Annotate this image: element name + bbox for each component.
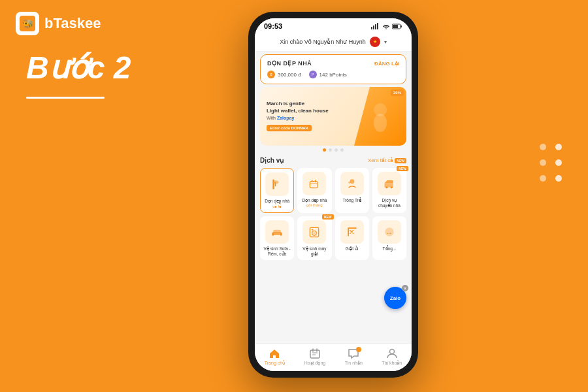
dot [555, 144, 562, 150]
svg-point-11 [374, 103, 387, 116]
section-header: Dịch vụ Xem tất cả NEW [260, 157, 406, 164]
service-label: Dọn dẹp nhà [263, 199, 291, 204]
service-label: Dọn dẹp nhà [300, 198, 329, 203]
status-icons [371, 23, 402, 29]
service-item-don-dep-ca-le[interactable]: Dọn dẹp nhà cả lẻ [260, 168, 294, 213]
service-name: DỌN DẸP NHÀ [267, 60, 312, 67]
step-underline [26, 97, 105, 99]
service-label: Dịch vụ chuyển nhà [375, 198, 404, 208]
svg-rect-32 [312, 229, 314, 231]
promo-title: March is gentle Light wallet, clean hous… [267, 101, 329, 114]
points-value: 142 bPoints [319, 72, 347, 78]
service-icon [302, 220, 326, 244]
dot [540, 144, 546, 150]
service-sub: gói tháng [300, 203, 329, 207]
svg-rect-5 [377, 23, 378, 29]
svg-point-40 [389, 350, 394, 354]
carousel-indicators [255, 148, 412, 152]
svg-point-20 [350, 179, 354, 184]
svg-rect-3 [373, 25, 374, 29]
status-time: 09:53 [264, 22, 282, 30]
service-label: Giặt ủi [338, 246, 367, 252]
see-all-button[interactable]: Xem tất cả NEW [368, 157, 406, 163]
nav-activity[interactable]: Hoạt động [304, 348, 326, 366]
services-grid-row2: Vệ sinh Sofa - Rèm, cửa NEW Vệ sinh máy … [260, 216, 406, 261]
svg-rect-2 [371, 27, 372, 29]
services-section: Dịch vụ Xem tất cả NEW [255, 154, 412, 263]
services-grid-row1: Dọn dẹp nhà cả lẻ Dọn dẹp nhà gói tháng [260, 168, 406, 213]
indicator-dot-4 [340, 148, 344, 152]
logo-icon: 🐝 [16, 12, 39, 35]
service-item-tong[interactable]: ... Tổng... [372, 216, 406, 261]
nav-message-label: Tin nhắn [345, 361, 363, 366]
status-bar: 09:53 [255, 18, 412, 33]
svg-rect-13 [272, 186, 274, 189]
service-icon [340, 172, 364, 195]
points-item: P 142 bPoints [309, 71, 347, 78]
new-badge: NEW [395, 158, 406, 163]
service-item-don-dep-goi-thang[interactable]: Dọn dẹp nhà gói tháng [297, 168, 331, 213]
svg-text:🐝: 🐝 [23, 18, 34, 29]
svg-rect-9 [393, 25, 398, 28]
zalo-close-button[interactable]: × [402, 285, 408, 291]
promo-badge: 20% [391, 90, 404, 96]
service-label: Trông Trẻ [338, 198, 367, 203]
phone-screen: 09:53 [255, 18, 412, 371]
activity-icon [309, 348, 321, 359]
svg-rect-12 [272, 180, 274, 188]
promo-banner[interactable]: 20% March is gentle Light wallet, clean … [260, 87, 406, 146]
svg-point-10 [374, 114, 387, 132]
service-item-ve-sinh-sofa[interactable]: Vệ sinh Sofa - Rèm, cửa [260, 216, 294, 261]
app-name: bTaskee [44, 15, 101, 32]
nav-activity-label: Hoạt động [304, 361, 326, 366]
home-icon [269, 348, 280, 359]
service-item-trong-tre[interactable]: Trông Trẻ [335, 168, 369, 213]
nav-message[interactable]: Tin nhắn [345, 348, 363, 366]
flag-icon: ★ [370, 37, 380, 47]
service-item-ve-sinh-may-giat[interactable]: NEW Vệ sinh máy giặt [297, 216, 331, 261]
balance-value: 300,000 đ [278, 72, 301, 78]
svg-rect-4 [375, 24, 376, 29]
indicator-dot-3 [335, 148, 338, 152]
service-item-giat-ui[interactable]: Giặt ủi [335, 216, 369, 261]
nav-account[interactable]: Tài khoản [382, 348, 402, 366]
svg-text:...: ... [387, 229, 391, 235]
service-item-dich-vu-chuyen-nha[interactable]: NEW Dịch vụ chuyển nhà [372, 168, 406, 213]
register-again-button[interactable]: ĐĂNG LẠI [374, 61, 399, 67]
svg-point-24 [391, 186, 393, 188]
promo-partner: With Zalopay [267, 116, 329, 120]
phone-frame: 09:53 [248, 12, 418, 378]
balance-item: $ 300,000 đ [267, 71, 301, 78]
svg-rect-18 [315, 180, 316, 182]
promo-content: 20% March is gentle Light wallet, clean … [260, 95, 335, 137]
svg-rect-27 [272, 233, 274, 235]
dot [555, 159, 562, 166]
chevron-icon[interactable]: ▾ [384, 39, 387, 45]
service-label: Tổng... [375, 246, 404, 252]
service-icon: ... [378, 220, 401, 244]
service-icon [340, 220, 364, 244]
zalo-button[interactable]: Zalo × [384, 287, 406, 309]
account-icon [386, 348, 398, 359]
svg-rect-16 [310, 182, 318, 188]
service-icon [302, 172, 326, 195]
service-icon [378, 172, 401, 195]
zalo-label: Zalo [390, 295, 400, 301]
bottom-nav: Trang chủ Hoạt động [255, 343, 412, 371]
step-title: Bước 2 [26, 52, 131, 84]
greeting-bar: Xin chào Võ Nguyễn Như Huynh ★ ▾ [255, 33, 412, 52]
service-label: Vệ sinh Sofa - Rèm, cửa [263, 246, 291, 257]
greeting-text: Xin chào Võ Nguyễn Như Huynh [280, 39, 366, 45]
message-icon [348, 348, 359, 359]
nav-home[interactable]: Trang chủ [265, 348, 285, 366]
dot [540, 159, 546, 166]
service-icon [265, 220, 289, 244]
logo-area: 🐝 bTaskee [16, 12, 101, 35]
promo-code: Enter code DONNHA [267, 125, 312, 131]
indicator-dot-1 [323, 148, 326, 152]
nav-account-label: Tài khoản [382, 361, 402, 366]
svg-rect-17 [312, 180, 313, 182]
dot [555, 175, 562, 182]
svg-point-6 [385, 28, 387, 29]
svg-point-23 [385, 186, 387, 188]
